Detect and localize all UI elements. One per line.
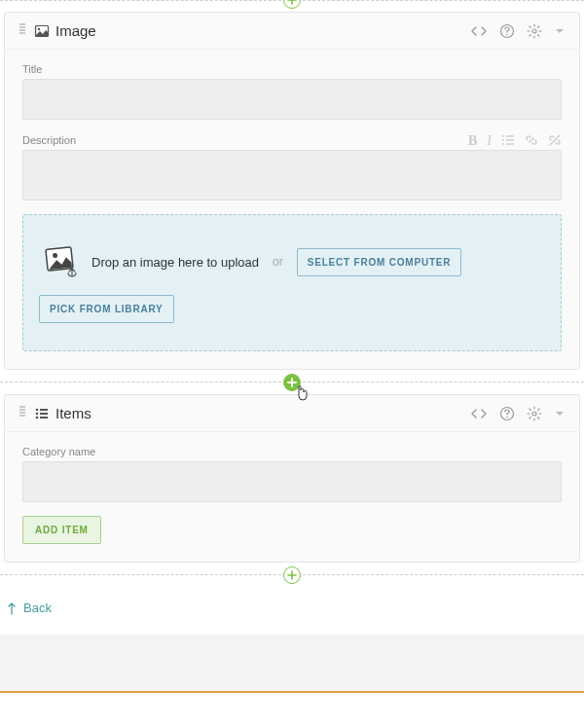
svg-point-7 — [506, 33, 508, 35]
description-field-label: Description — [22, 134, 76, 146]
svg-point-21 — [36, 408, 39, 411]
pick-from-library-button[interactable]: PICK FROM LIBRARY — [39, 295, 174, 323]
description-input[interactable] — [22, 150, 562, 200]
bold-icon[interactable]: B — [468, 133, 477, 150]
drag-handle-icon[interactable] — [18, 22, 26, 39]
svg-point-23 — [36, 412, 39, 415]
svg-point-5 — [38, 27, 40, 29]
svg-point-11 — [502, 139, 504, 141]
code-icon[interactable] — [470, 24, 488, 38]
panel-title: Image — [55, 22, 96, 39]
svg-point-29 — [532, 412, 536, 416]
svg-point-9 — [502, 135, 504, 137]
insert-divider-top — [0, 0, 584, 2]
panel-tools — [470, 406, 566, 421]
panel-title: Items — [55, 405, 91, 421]
insert-divider-bottom — [0, 574, 584, 575]
title-input[interactable] — [22, 79, 562, 120]
upload-image-icon — [39, 242, 78, 281]
back-link[interactable]: Back — [0, 587, 584, 635]
svg-point-28 — [506, 416, 508, 418]
help-icon[interactable] — [499, 406, 515, 421]
collapse-icon[interactable] — [554, 25, 566, 37]
footer-strip — [0, 635, 584, 693]
collapse-icon[interactable] — [554, 408, 566, 419]
insert-divider-middle — [0, 382, 584, 382]
select-from-computer-button[interactable]: SELECT FROM COMPUTER — [297, 248, 462, 276]
add-item-button[interactable]: ADD ITEM — [22, 516, 101, 544]
add-block-button-bottom[interactable] — [283, 566, 301, 584]
svg-point-13 — [502, 143, 504, 145]
help-icon[interactable] — [499, 23, 515, 39]
svg-rect-12 — [506, 139, 514, 140]
svg-rect-14 — [506, 143, 514, 144]
items-panel: Items Category name ADD ITEM — [4, 394, 580, 563]
image-panel-header: Image — [5, 13, 579, 50]
drag-handle-icon[interactable] — [18, 405, 26, 421]
add-block-button-top[interactable] — [283, 0, 301, 9]
svg-rect-22 — [40, 409, 48, 411]
svg-rect-24 — [40, 413, 48, 415]
add-block-button-middle[interactable] — [283, 374, 301, 391]
items-type-icon — [34, 406, 50, 421]
link-icon[interactable] — [525, 133, 538, 150]
items-panel-header: Items — [5, 395, 579, 432]
dropzone-hint: Drop an image here to upload — [91, 255, 259, 270]
italic-icon[interactable]: I — [487, 133, 492, 150]
unlink-icon[interactable] — [548, 133, 562, 150]
richtext-toolbar: B I — [468, 133, 562, 150]
image-dropzone[interactable]: Drop an image here to upload or SELECT F… — [22, 214, 562, 351]
svg-rect-10 — [506, 135, 514, 136]
gear-icon[interactable] — [527, 406, 542, 421]
svg-point-25 — [36, 416, 39, 419]
title-field-label: Title — [22, 63, 562, 75]
svg-point-8 — [532, 29, 536, 33]
back-arrow-icon — [6, 601, 18, 615]
back-label: Back — [23, 601, 52, 615]
panel-tools — [470, 23, 566, 39]
items-panel-body: Category name ADD ITEM — [5, 432, 579, 562]
gear-icon[interactable] — [527, 23, 542, 39]
list-icon[interactable] — [501, 133, 515, 150]
code-icon[interactable] — [470, 407, 488, 420]
image-type-icon — [34, 23, 50, 39]
category-field-label: Category name — [22, 446, 562, 457]
category-name-input[interactable] — [22, 461, 562, 502]
image-panel-body: Title Description B I — [5, 50, 579, 369]
svg-rect-26 — [40, 417, 48, 419]
image-panel: Image Title Description B I — [4, 12, 580, 370]
dropzone-or: or — [273, 255, 283, 269]
